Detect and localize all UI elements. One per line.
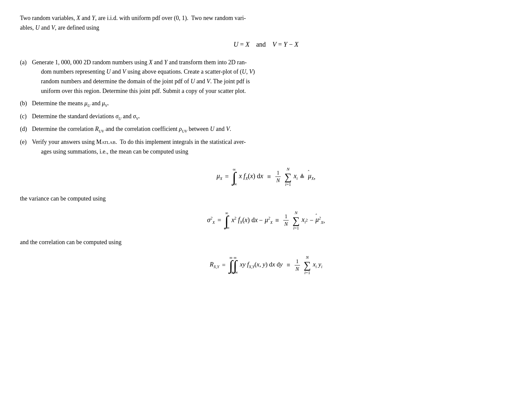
variance-intro-text: the variance can be computed using <box>20 194 512 204</box>
part-e-label: (e) <box>20 137 32 147</box>
part-b: (b) Determine the means μU and μV. <box>20 99 512 109</box>
part-d-text: Determine the correlation RUV and the co… <box>32 124 231 135</box>
mean-formula: μX = ∞ ∫ −∞ x fX(x) dx ≡ 1 N N ∑ i=1 xi … <box>20 167 512 187</box>
part-e-text: Verify your answers using Matlab. To do … <box>32 137 246 157</box>
correlation-intro-text: and the correlation can be computed usin… <box>20 237 512 247</box>
part-a: (a) Generate 1, 000, 000 2D random numbe… <box>20 58 512 96</box>
part-d-label: (d) <box>20 124 32 134</box>
intro-paragraph: Two random variables, X and Y, are i.i.d… <box>20 13 512 33</box>
part-a-text: Generate 1, 000, 000 2D random numbers u… <box>32 58 255 96</box>
main-content: Two random variables, X and Y, are i.i.d… <box>20 13 512 275</box>
uv-definition-formula: U = X and V = Y − X <box>20 41 512 48</box>
part-c-label: (c) <box>20 112 32 121</box>
correlation-formula: RX,Y = ∞ ∫ −∞ ∞ ∫ −∞ xy fX,Y(x, y) dx dy… <box>20 255 512 275</box>
part-c: (c) Determine the standard deviations σU… <box>20 112 512 122</box>
variance-formula: σ2X = ∞ ∫ −∞ x2 fX(x) dx − μ2X ≡ 1 N N ∑… <box>20 210 512 231</box>
part-b-text: Determine the means μU and μV. <box>32 99 109 109</box>
part-c-text: Determine the standard deviations σU and… <box>32 112 140 122</box>
part-a-label: (a) <box>20 58 32 67</box>
part-b-label: (b) <box>20 99 32 108</box>
parts-list: (a) Generate 1, 000, 000 2D random numbe… <box>20 58 512 157</box>
part-d: (d) Determine the correlation RUV and th… <box>20 124 512 135</box>
part-e: (e) Verify your answers using Matlab. To… <box>20 137 512 157</box>
